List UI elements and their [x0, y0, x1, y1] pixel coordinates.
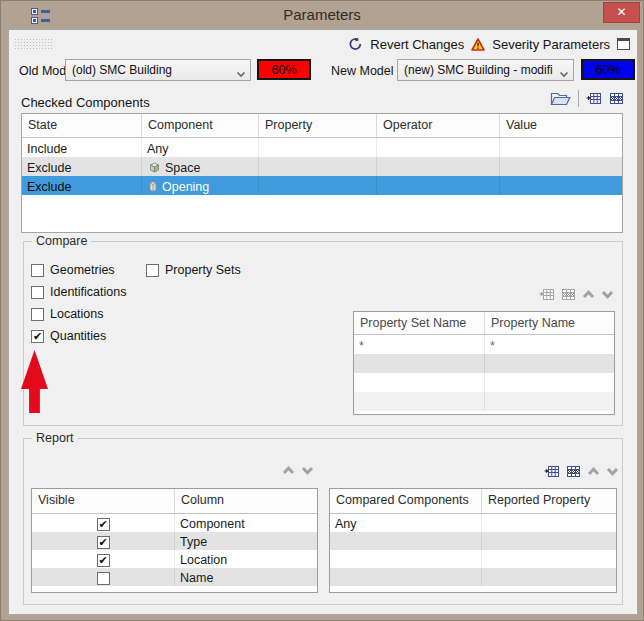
add-row-icon[interactable]: [544, 465, 560, 478]
visible-checkbox[interactable]: [97, 572, 110, 585]
property-name-cell: *: [490, 339, 495, 353]
revert-changes-icon[interactable]: [348, 37, 363, 51]
add-row-icon-disabled: [539, 288, 555, 301]
report-compared-table: Compared Components Reported Property An…: [329, 488, 617, 593]
compared-components-cell: Any: [335, 517, 357, 531]
add-row-icon[interactable]: [586, 92, 602, 105]
parameters-dialog: Parameters ✕ Revert Changes Severity Par…: [0, 0, 644, 621]
table-row-name[interactable]: Name: [32, 568, 317, 586]
close-button[interactable]: ✕: [603, 2, 640, 23]
table-row-empty[interactable]: [330, 550, 616, 568]
toolbar: Revert Changes Severity Parameters: [348, 34, 630, 54]
table-row-any[interactable]: Any: [330, 514, 616, 532]
new-model-severity-badge[interactable]: 60%: [581, 59, 635, 80]
close-icon: ✕: [616, 5, 626, 19]
identifications-checkbox[interactable]: Identifications: [31, 285, 126, 299]
column-header-visible[interactable]: Visible: [32, 489, 175, 513]
state-cell: Include: [27, 142, 67, 156]
column-header-column[interactable]: Column: [175, 489, 317, 513]
compare-group-label: Compare: [32, 234, 91, 248]
checkmark: ✔: [98, 537, 107, 548]
severity-warning-icon: [471, 38, 485, 51]
column-header-property[interactable]: Property: [259, 114, 377, 137]
column-header-state[interactable]: State: [22, 114, 142, 137]
window-title: Parameters: [1, 6, 643, 23]
property-sets-label: Property Sets: [165, 263, 241, 277]
move-down-icon[interactable]: [601, 290, 614, 299]
chevron-down-icon: [236, 67, 246, 81]
remove-row-icon[interactable]: [566, 465, 581, 478]
checkmark: ✔: [98, 555, 107, 566]
column-header-property-name[interactable]: Property Name: [485, 312, 614, 334]
property-sets-checkbox[interactable]: Property Sets: [146, 263, 241, 277]
locations-label: Locations: [50, 307, 104, 321]
column-header-component[interactable]: Component: [142, 114, 259, 137]
table-row-type[interactable]: ✔ Type: [32, 532, 317, 550]
visible-checkbox[interactable]: ✔: [97, 554, 110, 567]
column-header-compared-components[interactable]: Compared Components: [330, 489, 482, 513]
report-group-label: Report: [32, 431, 78, 445]
identifications-label: Identifications: [50, 285, 126, 299]
table-row-component[interactable]: ✔ Component: [32, 514, 317, 532]
table-row-empty[interactable]: [354, 354, 614, 373]
column-header-reported-property[interactable]: Reported Property: [482, 489, 616, 513]
table-row-exclude-opening[interactable]: Exclude Opening: [22, 176, 622, 195]
component-cell: Opening: [162, 180, 209, 194]
column-header-operator[interactable]: Operator: [377, 114, 500, 137]
space-icon: [148, 161, 161, 174]
new-model-value: (new) SMC Building - modified: [404, 63, 553, 77]
table-row-location[interactable]: ✔ Location: [32, 550, 317, 568]
column-cell: Component: [180, 517, 245, 531]
checked-components-label: Checked Components: [21, 95, 150, 110]
checked-components-table: State Component Property Operator Value …: [21, 113, 623, 233]
old-model-severity-badge[interactable]: 60%: [257, 59, 311, 80]
table-row-exclude-space[interactable]: Exclude Space: [22, 157, 622, 176]
old-model-select[interactable]: (old) SMC Building: [65, 59, 251, 81]
old-model-severity-value: 60%: [271, 63, 296, 77]
visible-checkbox[interactable]: ✔: [97, 518, 110, 531]
column-header-property-set-name[interactable]: Property Set Name: [354, 312, 485, 334]
move-down-icon[interactable]: [606, 467, 619, 476]
new-model-select[interactable]: (new) SMC Building - modified: [397, 59, 574, 81]
move-down-icon[interactable]: [301, 466, 314, 475]
state-cell: Exclude: [27, 161, 71, 175]
table-row-include-any[interactable]: Include Any: [22, 138, 622, 157]
table-row-wildcard[interactable]: * *: [354, 335, 614, 354]
table-row-empty[interactable]: [354, 392, 614, 411]
severity-parameters-button[interactable]: Severity Parameters: [492, 37, 610, 52]
move-up-icon[interactable]: [282, 466, 295, 475]
column-cell: Name: [180, 571, 213, 585]
geometries-label: Geometries: [50, 263, 115, 277]
titlebar[interactable]: Parameters ✕: [1, 1, 643, 29]
remove-row-icon-disabled: [561, 288, 576, 301]
opening-icon: [148, 180, 158, 193]
quantities-label: Quantities: [50, 329, 106, 343]
toolbar-grip[interactable]: [14, 38, 52, 51]
property-sets-table: Property Set Name Property Name * *: [353, 311, 615, 415]
toolbar-separator: [578, 90, 579, 107]
table-row-empty[interactable]: [330, 532, 616, 550]
property-set-name-cell: *: [359, 339, 364, 353]
checkmark: ✔: [98, 519, 107, 530]
quantities-checkbox[interactable]: ✔ Quantities: [31, 329, 106, 343]
column-cell: Location: [180, 553, 227, 567]
locations-checkbox[interactable]: Locations: [31, 307, 104, 321]
checkmark: ✔: [33, 331, 42, 342]
old-model-value: (old) SMC Building: [72, 63, 230, 77]
visible-checkbox[interactable]: ✔: [97, 536, 110, 549]
chevron-down-icon: [559, 67, 569, 81]
remove-row-icon[interactable]: [609, 92, 624, 105]
state-cell: Exclude: [27, 180, 71, 194]
report-columns-table: Visible Column ✔ Component ✔ Type ✔ Loca…: [31, 488, 318, 593]
new-model-label: New Model: [331, 64, 394, 78]
column-header-value[interactable]: Value: [500, 114, 622, 137]
open-folder-icon[interactable]: [550, 91, 571, 107]
table-row-empty[interactable]: [330, 568, 616, 586]
revert-changes-button[interactable]: Revert Changes: [370, 37, 464, 52]
move-up-icon[interactable]: [582, 290, 595, 299]
component-cell: Space: [165, 161, 200, 175]
move-up-icon[interactable]: [587, 467, 600, 476]
table-row-empty[interactable]: [354, 373, 614, 392]
geometries-checkbox[interactable]: Geometries: [31, 263, 115, 277]
float-window-icon[interactable]: [617, 38, 630, 50]
